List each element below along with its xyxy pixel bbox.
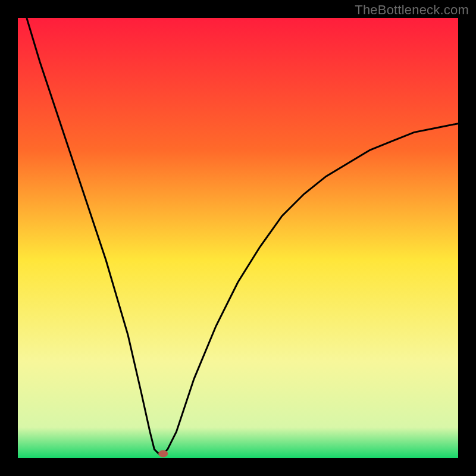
- watermark-text: TheBottleneck.com: [355, 2, 469, 18]
- optimum-marker: [158, 450, 168, 458]
- bottleneck-curve: [27, 18, 458, 454]
- chart-frame: [18, 18, 458, 458]
- chart-overlay: [18, 18, 458, 458]
